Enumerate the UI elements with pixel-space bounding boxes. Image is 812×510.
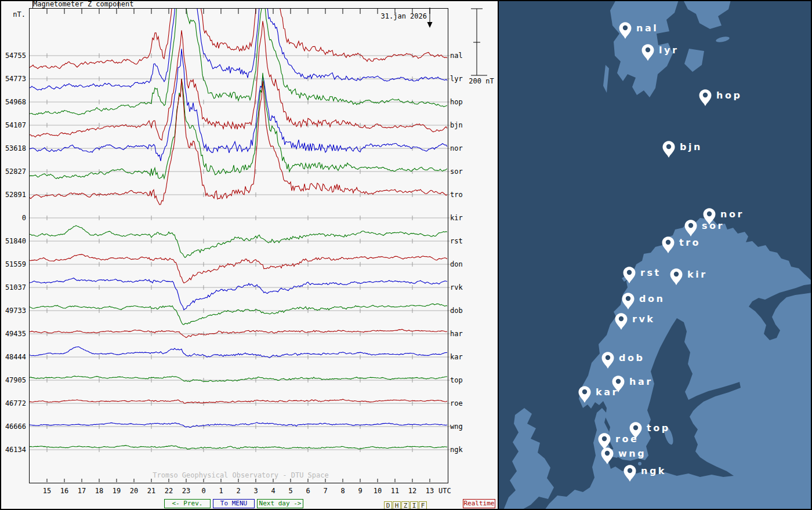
station-label-top: top	[450, 376, 463, 384]
observatory-credit: Tromso Geophysical Observatory - DTU Spa…	[139, 471, 342, 479]
hour-label-8: 8	[340, 487, 345, 495]
hour-label-21: 21	[147, 487, 155, 495]
unit-label: nT.	[5, 10, 26, 19]
axis-value-lyr: 54773	[5, 75, 26, 83]
trace-roe	[30, 399, 447, 403]
map-pin-label-rst: rst	[640, 267, 661, 278]
station-label-tro: tro	[450, 191, 463, 199]
axis-value-nor: 53618	[5, 144, 26, 152]
map-pin-label-wng: wng	[618, 448, 646, 459]
trace-ngk	[30, 445, 447, 449]
component-d-button[interactable]: D	[384, 501, 392, 510]
realtime-button[interactable]: Realtime	[463, 499, 495, 508]
hour-label-5: 5	[288, 487, 292, 495]
axis-value-roe: 46772	[5, 399, 26, 407]
map-pin-label-lyr: lyr	[659, 45, 679, 56]
station-label-dob: dob	[450, 307, 463, 315]
hour-label-11: 11	[391, 487, 399, 495]
trace-har	[30, 329, 447, 337]
axis-value-nal: 54755	[5, 52, 26, 60]
pin-hole	[628, 468, 632, 473]
magnetometer-traces	[30, 0, 447, 449]
pin-hole	[623, 26, 628, 30]
pin-hole	[582, 389, 587, 394]
hour-label-10: 10	[374, 487, 382, 495]
hour-label-4: 4	[271, 487, 275, 495]
hour-label-23: 23	[182, 487, 190, 495]
hour-label-2: 2	[236, 487, 240, 495]
magnetogram-plot: 54755nal54773lyr54968hop54107bjn53618nor…	[0, 0, 498, 510]
map-pin-label-roe: roe	[615, 434, 639, 445]
component-h-button[interactable]: H	[393, 501, 401, 510]
prev-day-button[interactable]: <- Prev. day	[164, 499, 211, 508]
trace-rst	[30, 225, 447, 257]
pin-hole	[605, 451, 610, 456]
trace-dob	[30, 304, 447, 325]
map-pin-label-ngk: ngk	[641, 465, 666, 476]
scandinavia-map: nallyrhopbjnnorsortrorstkirdonrvkdobhark…	[499, 0, 812, 510]
station-label-rst: rst	[450, 237, 463, 245]
component-f-button[interactable]: F	[419, 501, 427, 510]
pin-hole	[707, 212, 712, 216]
hour-label-13: 13	[426, 487, 434, 495]
axis-value-tro: 52891	[5, 191, 26, 199]
scale-bar	[471, 9, 487, 75]
date-label: 31.jan 2026	[375, 12, 427, 20]
trace-don	[30, 254, 447, 283]
axis-value-ngk: 46134	[5, 446, 26, 454]
pin-hole	[666, 144, 671, 149]
axis-value-kar: 48444	[5, 353, 26, 361]
pin-hole	[688, 223, 693, 228]
next-day-button[interactable]: Next day ->	[257, 499, 303, 508]
plot-frame: 151617181920212223012345678910111213UTC	[30, 9, 451, 496]
component-i-button[interactable]: I	[410, 501, 418, 510]
scalebar-label: 200 nT	[466, 77, 496, 85]
axis-value-sor: 52827	[5, 167, 26, 176]
map-pin-label-dob: dob	[619, 352, 644, 363]
map-pin-label-sor: sor	[702, 220, 724, 231]
axis-value-don: 51559	[5, 260, 26, 268]
axis-value-rvk: 51037	[5, 283, 26, 292]
pin-hole	[633, 425, 638, 430]
to-menu-button[interactable]: To MENU	[213, 499, 255, 508]
hour-label-16: 16	[60, 487, 68, 495]
trace-rvk	[30, 278, 447, 310]
station-label-har: har	[450, 330, 463, 338]
map-pin-label-nor: nor	[720, 209, 744, 220]
axis-value-rst: 51840	[5, 237, 26, 245]
axis-value-kir: 0	[22, 214, 26, 222]
station-label-ngk: ngk	[450, 446, 463, 454]
pin-hole	[616, 379, 621, 384]
map-pin-label-kar: kar	[596, 387, 619, 398]
hour-label-7: 7	[323, 487, 327, 495]
pin-hole	[602, 436, 607, 441]
station-label-wng: wng	[450, 422, 463, 431]
component-z-button[interactable]: Z	[401, 501, 409, 510]
pin-hole	[606, 355, 610, 360]
map-pin-label-rvk: rvk	[632, 314, 655, 325]
station-label-kir: kir	[450, 214, 463, 222]
pin-hole	[627, 270, 632, 275]
hour-label-12: 12	[408, 487, 416, 495]
station-label-sor: sor	[450, 167, 463, 176]
station-label-nor: nor	[450, 144, 463, 152]
axis-value-wng: 46666	[5, 422, 26, 431]
map-pin-label-nal: nal	[636, 23, 658, 34]
trace-nor	[30, 49, 447, 161]
station-label-hop: hop	[450, 98, 463, 106]
map-pin-label-kir: kir	[687, 269, 708, 280]
plot-title: Magnetometer Z component	[32, 0, 119, 8]
map-pin-label-tro: tro	[679, 237, 701, 248]
trace-sor	[30, 73, 447, 178]
station-label-don: don	[450, 260, 463, 268]
component-switch: DHZIF	[384, 499, 427, 510]
map-pin-label-har: har	[629, 376, 653, 387]
hour-label-17: 17	[78, 487, 86, 495]
utc-label: UTC	[438, 487, 451, 495]
trace-kar	[30, 347, 447, 358]
hour-label-20: 20	[130, 487, 138, 495]
hour-label-1: 1	[219, 487, 223, 495]
axis-value-bjn: 54107	[5, 121, 26, 129]
hour-label-19: 19	[113, 487, 121, 495]
station-label-bjn: bjn	[450, 121, 463, 129]
